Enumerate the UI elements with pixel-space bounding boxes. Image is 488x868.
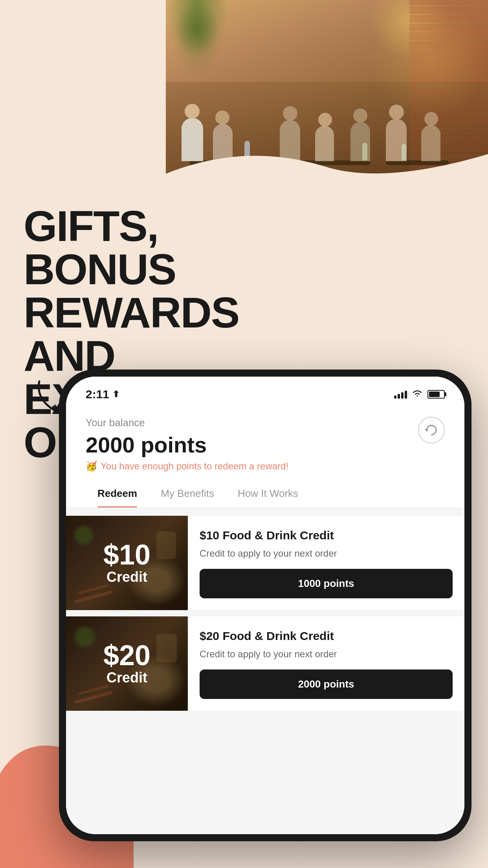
tab-how-it-works-label: How It Works: [238, 487, 298, 499]
phone-outer: 2:11 ⬆: [59, 370, 471, 841]
reward-dollar-2: $20: [103, 641, 150, 669]
reward-amount-2: $20 Credit: [103, 641, 150, 686]
location-arrow-icon: ⬆: [112, 389, 119, 399]
redeem-points-label-10: 1000 points: [298, 577, 354, 589]
hero-photo: [166, 0, 488, 204]
redeem-button-20[interactable]: 2000 points: [200, 669, 453, 699]
reward-card-20: $20 Credit $20 Food & Drink Credit Credi…: [66, 616, 464, 711]
refresh-icon: [424, 423, 438, 437]
balance-info: Your balance 2000 points 🥳 You have enou…: [86, 417, 288, 472]
balance-message-text: You have enough points to redeem a rewar…: [101, 461, 288, 472]
rewards-list: $10 Credit $10 Food & Drink Credit Credi…: [66, 508, 464, 834]
signal-bar-2: [398, 394, 400, 399]
status-bar: 2:11 ⬆: [66, 377, 464, 405]
svg-marker-0: [425, 429, 428, 432]
reward-amount-1: $10 Credit: [103, 541, 150, 585]
balance-label: Your balance: [86, 417, 288, 429]
signal-bar-3: [401, 392, 404, 399]
party-emoji: 🥳: [86, 461, 97, 472]
tab-my-benefits[interactable]: My Benefits: [149, 480, 226, 508]
balance-amount: 2000 points: [86, 432, 288, 458]
redeem-points-label-20: 2000 points: [298, 678, 354, 690]
headline-line1: GIFTS, BONUS: [24, 204, 291, 291]
status-icons: [394, 389, 445, 400]
signal-bar-4: [405, 391, 407, 399]
reward-image-20: $20 Credit: [66, 616, 188, 711]
reward-info-20: $20 Food & Drink Credit Credit to apply …: [188, 616, 464, 711]
reward-credit-label-2: Credit: [103, 669, 150, 686]
reward-info-10: $10 Food & Drink Credit Credit to apply …: [188, 516, 464, 610]
phone-mockup: 2:11 ⬆: [59, 370, 471, 841]
reward-title-20: $20 Food & Drink Credit: [200, 628, 453, 644]
status-time: 2:11 ⬆: [86, 388, 119, 401]
reward-credit-label-1: Credit: [103, 569, 150, 585]
reward-desc-10: Credit to apply to your next order: [200, 547, 453, 560]
battery-icon: [427, 390, 445, 399]
hero-wave-svg: [166, 142, 488, 204]
app-content: Your balance 2000 points 🥳 You have enou…: [66, 405, 464, 834]
time-display: 2:11: [86, 388, 109, 401]
tab-how-it-works[interactable]: How It Works: [226, 480, 310, 508]
wifi-icon: [412, 389, 423, 400]
tab-my-benefits-label: My Benefits: [161, 487, 214, 499]
reward-desc-20: Credit to apply to your next order: [200, 647, 453, 661]
redeem-button-10[interactable]: 1000 points: [200, 569, 453, 598]
reward-card-10: $10 Credit $10 Food & Drink Credit Credi…: [66, 516, 464, 610]
balance-message: 🥳 You have enough points to redeem a rew…: [86, 461, 288, 472]
battery-fill: [429, 392, 440, 397]
tab-redeem-label: Redeem: [97, 487, 137, 499]
phone-inner: 2:11 ⬆: [66, 377, 464, 834]
reward-image-10: $10 Credit: [66, 516, 188, 610]
reward-dollar-1: $10: [103, 541, 150, 569]
tab-redeem[interactable]: Redeem: [86, 480, 149, 508]
balance-section: Your balance 2000 points 🥳 You have enou…: [66, 405, 464, 480]
signal-bars-icon: [394, 390, 407, 399]
reward-title-10: $10 Food & Drink Credit: [200, 528, 453, 543]
signal-bar-1: [394, 395, 396, 399]
tab-navigation: Redeem My Benefits How It Works: [66, 480, 464, 508]
refresh-button[interactable]: [418, 417, 445, 443]
headline-line2: REWARDS AND: [24, 291, 291, 377]
